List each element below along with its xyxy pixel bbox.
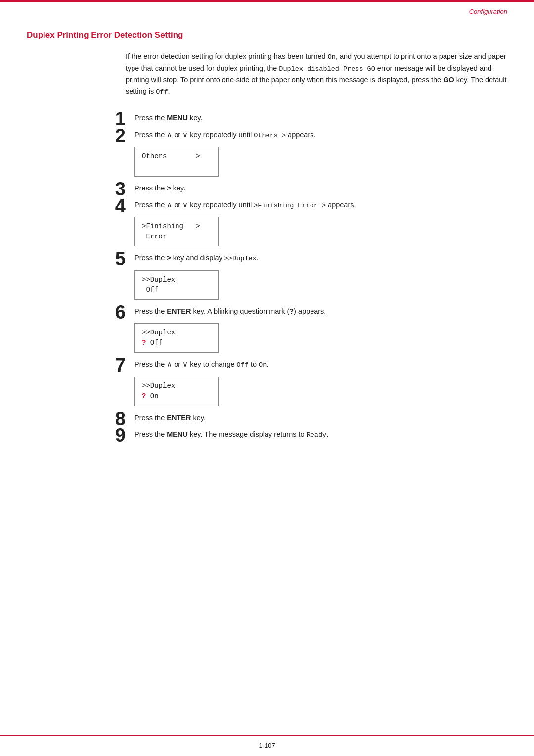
step-7-lcd: >>Duplex ? On [134,377,219,406]
step-9-number: 9 [98,426,126,445]
step-1: 1 Press the MENU key. [98,111,507,128]
step-7-on: On [259,361,267,369]
step-7-off: Off [237,361,249,369]
step-5-mono: >>Duplex [224,255,257,262]
step-3-key: > [167,184,171,192]
step-2-mono: Others > [254,132,286,139]
section-title: Duplex Printing Error Detection Setting [27,30,507,40]
page-content: Duplex Printing Error Detection Setting … [0,15,534,474]
step-5-lcd: >>Duplex Off [134,270,219,300]
step-7-cursor: ? [142,392,146,400]
step-8: 8 Press the ENTER key. [98,411,507,428]
step-6: 6 Press the ENTER key. A blinking questi… [98,305,507,353]
intro-mono-msg: Duplex disabled Press GO [279,65,375,73]
step-3: 3 Press the > key. [98,182,507,198]
step-5-content: Press the > key and display >>Duplex. >>… [134,251,507,300]
step-4: 4 Press the ∧ or ∨ key repeatedly until … [98,198,507,247]
step-2-lcd-line2 [142,162,211,172]
steps-container: 1 Press the MENU key. 2 Press the ∧ or ∨… [98,111,507,445]
intro-mono-on: On [328,53,336,61]
step-4-lcd: >Finishing > Error [134,217,219,246]
step-4-number: 4 [98,196,126,215]
step-3-content: Press the > key. [134,182,507,194]
step-9-ready: Ready [307,431,327,439]
step-2-lcd: Others > [134,147,219,177]
step-9: 9 Press the MENU key. The message displa… [98,428,507,445]
step-9-content: Press the MENU key. The message display … [134,428,507,441]
step-7: 7 Press the ∧ or ∨ key to change Off to … [98,358,507,406]
footer: 1-107 [0,742,534,749]
step-4-mono: >Finishing Error > [254,202,326,209]
step-1-content: Press the MENU key. [134,111,507,124]
step-2-number: 2 [98,126,126,145]
step-6-content: Press the ENTER key. A blinking question… [134,305,507,353]
step-6-number: 6 [98,303,126,322]
step-6-lcd-line1: >>Duplex [142,328,211,338]
step-1-menu-key: MENU [167,114,188,122]
step-5-lcd-line2: Off [142,285,211,295]
step-7-content: Press the ∧ or ∨ key to change Off to On… [134,358,507,406]
step-8-content: Press the ENTER key. [134,411,507,424]
step-4-lcd-line2: Error [142,232,211,242]
step-7-lcd-line1: >>Duplex [142,381,211,391]
step-7-number: 7 [98,356,126,375]
step-6-key: ENTER [167,307,191,315]
intro-paragraph: If the error detection setting for duple… [126,51,507,97]
header: Configuration [0,2,534,15]
bottom-border [0,735,534,736]
step-5-lcd-line1: >>Duplex [142,275,211,285]
step-6-lcd: >>Duplex ? Off [134,323,219,353]
step-7-lcd-line2: ? On [142,391,211,402]
step-9-key: MENU [167,430,188,438]
intro-mono-off: Off [156,88,168,95]
step-5: 5 Press the > key and display >>Duplex. … [98,251,507,300]
step-2: 2 Press the ∧ or ∨ key repeatedly until … [98,128,507,177]
step-5-number: 5 [98,249,126,268]
step-2-lcd-line1: Others > [142,151,211,162]
section-label: Configuration [469,8,507,15]
step-2-content: Press the ∧ or ∨ key repeatedly until Ot… [134,128,507,177]
page-number: 1-107 [259,742,275,749]
step-5-key: > [167,254,171,262]
step-8-key: ENTER [167,414,191,422]
step-4-content: Press the ∧ or ∨ key repeatedly until >F… [134,198,507,247]
intro-go-key: GO [443,76,454,84]
step-6-qmark: ? [289,307,294,315]
step-4-lcd-line1: >Finishing > [142,221,211,232]
step-6-cursor: ? [142,339,146,347]
step-6-lcd-line2: ? Off [142,338,211,348]
